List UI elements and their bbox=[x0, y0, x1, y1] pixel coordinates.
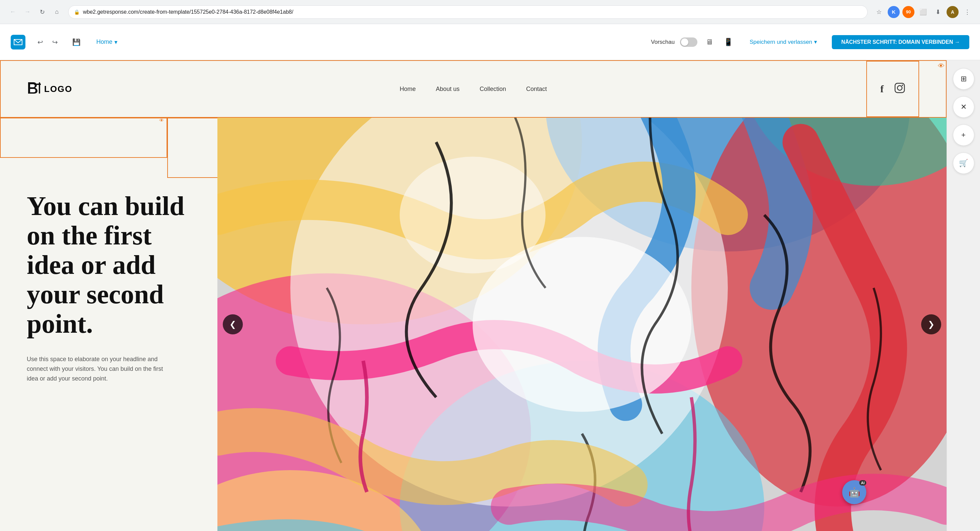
header-visibility-icon[interactable]: 👁 bbox=[938, 62, 945, 70]
toggle-knob bbox=[681, 38, 688, 46]
close-icon: ✕ bbox=[961, 103, 967, 111]
editor-area: 👁 LOGO Home About us Collection bbox=[0, 60, 980, 531]
redo-button[interactable]: ↪ bbox=[48, 35, 62, 49]
notification-badge: 90 bbox=[902, 6, 915, 18]
dropdown-chevron: ▾ bbox=[115, 38, 118, 46]
save-button[interactable]: 💾 bbox=[70, 35, 83, 49]
hero-image: 👁 bbox=[217, 118, 947, 531]
speichern-dropdown-icon: ▾ bbox=[814, 38, 817, 46]
undo-redo-group: ↩ ↪ bbox=[33, 35, 62, 49]
vorschau-section: Vorschau 🖥 📱 bbox=[651, 35, 735, 49]
hero-subtext: Use this space to elaborate on your head… bbox=[27, 355, 174, 383]
naechster-button[interactable]: NÄCHSTER SCHRITT: DOMAIN VERBINDEN → bbox=[832, 35, 969, 49]
ai-badge: AI bbox=[859, 480, 866, 485]
address-bar[interactable]: 🔒 wbe2.getresponse.com/create-from-templ… bbox=[68, 5, 868, 19]
ai-robot-icon: 🤖 bbox=[848, 487, 860, 498]
app-toolbar: ↩ ↪ 💾 Home ▾ Vorschau 🖥 📱 Speichern und … bbox=[0, 24, 980, 60]
refresh-button[interactable]: ↻ bbox=[36, 6, 48, 18]
mobile-view-button[interactable]: 📱 bbox=[721, 35, 735, 49]
url-text: wbe2.getresponse.com/create-from-templat… bbox=[83, 9, 293, 15]
carousel-next-button[interactable]: ❯ bbox=[921, 314, 941, 334]
sitemap-icon: ⊞ bbox=[961, 75, 967, 83]
add-element-button[interactable]: + bbox=[953, 124, 974, 146]
download-button[interactable]: ⬇ bbox=[932, 6, 944, 18]
k-avatar: K bbox=[888, 6, 900, 18]
selection-eye-1-icon[interactable]: 👁 bbox=[159, 118, 167, 123]
ai-chat-button[interactable]: 🤖 AI bbox=[842, 480, 866, 504]
plus-icon: + bbox=[961, 131, 966, 140]
lock-icon: 🔒 bbox=[74, 10, 80, 15]
nav-collection[interactable]: Collection bbox=[480, 86, 506, 93]
logo-text: LOGO bbox=[44, 84, 73, 94]
svg-point-15 bbox=[400, 157, 546, 273]
ai-chat-container: 🤖 AI bbox=[882, 494, 907, 518]
hero-section: 👁 👁 You can build on the first idea or a… bbox=[0, 118, 947, 531]
undo-button[interactable]: ↩ bbox=[33, 35, 47, 49]
speichern-label: Speichern und verlassen bbox=[749, 39, 812, 46]
cart-icon: 🛒 bbox=[959, 159, 968, 167]
site-logo[interactable]: LOGO bbox=[27, 81, 73, 96]
nav-home[interactable]: Home bbox=[400, 86, 416, 93]
svg-rect-1 bbox=[39, 82, 40, 94]
abstract-painting bbox=[217, 118, 947, 531]
sitemap-button[interactable]: ⊞ bbox=[953, 68, 974, 90]
close-sidebar-button[interactable]: ✕ bbox=[953, 96, 974, 118]
home-dropdown[interactable]: Home ▾ bbox=[91, 36, 123, 48]
back-button[interactable]: ← bbox=[7, 6, 19, 18]
svg-point-3 bbox=[897, 86, 902, 90]
nav-about[interactable]: About us bbox=[436, 86, 460, 93]
instagram-icon[interactable] bbox=[894, 83, 905, 95]
site-header: 👁 LOGO Home About us Collection bbox=[0, 60, 947, 118]
browser-chrome: ← → ↻ ⌂ 🔒 wbe2.getresponse.com/create-fr… bbox=[0, 0, 980, 24]
cart-button[interactable]: 🛒 bbox=[953, 153, 974, 174]
home-label: Home bbox=[96, 38, 112, 46]
nav-contact[interactable]: Contact bbox=[526, 86, 547, 93]
browser-actions: ☆ K 90 ⬜ ⬇ A ⋮ bbox=[873, 6, 973, 18]
bookmark-button[interactable]: ☆ bbox=[873, 6, 885, 18]
desktop-view-button[interactable]: 🖥 bbox=[703, 35, 716, 49]
carousel-prev-button[interactable]: ❮ bbox=[223, 314, 243, 334]
more-button[interactable]: ⋮ bbox=[961, 6, 973, 18]
preview-toggle[interactable] bbox=[680, 37, 697, 47]
hero-headline: You can build on the first idea or add y… bbox=[27, 191, 191, 339]
home-button[interactable]: ⌂ bbox=[51, 6, 63, 18]
hero-left: 👁 👁 You can build on the first idea or a… bbox=[0, 118, 217, 531]
right-sidebar: ⊞ ✕ + 🛒 bbox=[947, 60, 980, 531]
browser-nav-buttons: ← → ↻ ⌂ bbox=[7, 6, 63, 18]
vorschau-label: Vorschau bbox=[651, 39, 675, 46]
logo-icon bbox=[27, 81, 41, 96]
speichern-button[interactable]: Speichern und verlassen ▾ bbox=[743, 35, 824, 49]
extensions-button[interactable]: ⬜ bbox=[917, 6, 929, 18]
svg-point-4 bbox=[902, 84, 903, 86]
svg-rect-2 bbox=[895, 83, 904, 93]
site-social: f bbox=[866, 61, 919, 117]
website-canvas: 👁 LOGO Home About us Collection bbox=[0, 60, 947, 531]
forward-button[interactable]: → bbox=[21, 6, 33, 18]
user-avatar[interactable]: A bbox=[947, 6, 959, 18]
site-nav: Home About us Collection Contact bbox=[400, 86, 547, 93]
email-icon bbox=[11, 35, 25, 49]
facebook-icon[interactable]: f bbox=[880, 83, 884, 95]
selection-box-1: 👁 bbox=[0, 118, 167, 158]
